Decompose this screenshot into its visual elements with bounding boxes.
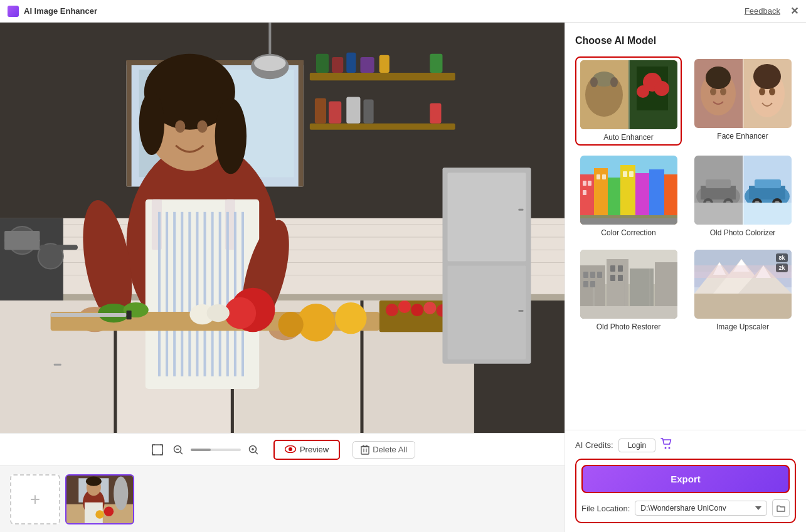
model-label-old-photo-restorer: Old Photo Restorer <box>597 322 661 331</box>
model-label-face-enhancer: Face Enhancer <box>717 132 768 141</box>
svg-point-11 <box>254 56 285 71</box>
svg-point-126 <box>637 85 649 98</box>
svg-rect-51 <box>226 212 229 376</box>
file-location-row: File Location: D:\Wondershare UniConvC:\… <box>581 499 790 517</box>
close-button[interactable]: ✕ <box>790 6 798 16</box>
svg-rect-17 <box>360 57 374 73</box>
svg-point-58 <box>175 120 185 133</box>
svg-rect-156 <box>580 218 677 225</box>
model-section-title: Choose AI Model <box>575 35 796 46</box>
folder-button[interactable] <box>772 499 790 517</box>
model-grid: Auto Enhancer <box>575 56 796 334</box>
svg-rect-186 <box>590 281 595 287</box>
zoom-out-button[interactable] <box>171 442 186 457</box>
model-card-auto-enhancer[interactable]: Auto Enhancer <box>575 56 682 146</box>
svg-rect-46 <box>188 212 191 376</box>
thumbnail-image <box>66 476 133 523</box>
svg-rect-182 <box>583 272 588 278</box>
svg-rect-86 <box>518 310 523 312</box>
svg-point-116 <box>95 510 103 518</box>
svg-rect-103 <box>361 447 369 454</box>
svg-rect-47 <box>196 212 198 376</box>
bottom-section: AI Credits: Login Export File Location: … <box>565 430 806 532</box>
credits-label: AI Credits: <box>575 440 613 450</box>
export-button[interactable]: Export <box>581 465 790 493</box>
zoom-in-button[interactable] <box>246 442 261 457</box>
svg-rect-45 <box>181 212 183 376</box>
main-content: Preview Delete All + <box>0 23 806 532</box>
app-icon <box>8 6 19 17</box>
svg-rect-15 <box>332 57 343 73</box>
svg-rect-93 <box>152 445 162 455</box>
svg-rect-14 <box>316 54 329 73</box>
svg-point-102 <box>289 447 292 451</box>
svg-rect-175 <box>743 156 744 225</box>
svg-rect-139 <box>743 59 744 128</box>
svg-rect-190 <box>618 275 623 281</box>
delete-all-label: Delete All <box>373 445 407 454</box>
login-button[interactable]: Login <box>618 439 655 452</box>
svg-point-207 <box>669 447 671 449</box>
main-image <box>0 23 565 433</box>
svg-rect-83 <box>448 173 526 261</box>
svg-rect-205 <box>694 294 792 319</box>
svg-rect-187 <box>610 265 615 272</box>
delete-all-button[interactable]: Delete All <box>353 441 415 459</box>
svg-rect-84 <box>448 265 526 359</box>
svg-rect-6 <box>127 60 132 187</box>
svg-rect-184 <box>597 272 602 278</box>
svg-point-115 <box>104 506 114 516</box>
svg-point-122 <box>610 77 618 87</box>
svg-rect-16 <box>346 53 356 73</box>
preview-button[interactable]: Preview <box>273 440 340 460</box>
titlebar-right: Feedback ✕ <box>745 6 798 16</box>
feedback-link[interactable]: Feedback <box>745 6 780 16</box>
svg-rect-24 <box>430 103 441 123</box>
svg-point-76 <box>398 301 411 313</box>
svg-rect-194 <box>580 306 677 319</box>
thumbnail-item[interactable] <box>65 474 134 524</box>
toolbar: Preview Delete All <box>0 433 565 466</box>
svg-rect-21 <box>329 101 341 123</box>
svg-line-96 <box>180 452 182 454</box>
svg-rect-188 <box>618 265 623 272</box>
svg-point-75 <box>386 304 398 316</box>
svg-rect-153 <box>623 171 627 177</box>
svg-rect-92 <box>40 245 77 250</box>
svg-rect-91 <box>4 231 40 250</box>
svg-rect-105 <box>363 445 367 447</box>
svg-rect-19 <box>430 54 442 73</box>
svg-point-121 <box>590 77 598 87</box>
file-location-label: File Location: <box>581 504 630 513</box>
svg-rect-160 <box>706 179 731 188</box>
titlebar: AI Image Enhancer Feedback ✕ <box>0 0 806 23</box>
svg-rect-42 <box>158 212 161 376</box>
model-thumb-old-photo-restorer <box>580 250 677 319</box>
model-thumb-face-enhancer <box>694 59 792 128</box>
svg-rect-174 <box>743 203 792 225</box>
svg-rect-154 <box>629 171 634 177</box>
zoom-controls <box>149 442 261 458</box>
fit-to-screen-button[interactable] <box>149 442 166 458</box>
model-card-old-photo-colorizer[interactable]: Old Photo Colorizer <box>689 153 796 240</box>
file-location-select[interactable]: D:\Wondershare UniConvC:\Users\DesktopD:… <box>635 501 767 516</box>
svg-point-138 <box>769 88 775 95</box>
right-panel: Choose AI Model <box>565 23 806 532</box>
model-card-color-correction[interactable]: Color Correction <box>575 153 682 240</box>
svg-rect-22 <box>346 97 360 123</box>
export-wrapper: Export File Location: D:\Wondershare Uni… <box>575 459 796 523</box>
model-card-old-photo-restorer[interactable]: Old Photo Restorer <box>575 247 682 334</box>
svg-rect-52 <box>234 212 236 376</box>
zoom-slider[interactable] <box>191 449 241 451</box>
app-title: AI Image Enhancer <box>24 6 97 16</box>
model-card-image-upscaler[interactable]: 8k 2k Image Upscaler <box>689 247 796 334</box>
cart-icon[interactable] <box>660 438 673 452</box>
add-image-button[interactable]: + <box>10 474 60 524</box>
svg-rect-151 <box>597 174 600 179</box>
svg-rect-20 <box>315 98 326 123</box>
svg-rect-35 <box>54 364 61 366</box>
svg-rect-13 <box>310 124 455 130</box>
svg-rect-43 <box>166 212 168 376</box>
model-card-face-enhancer[interactable]: Face Enhancer <box>689 56 796 146</box>
svg-point-114 <box>86 476 102 486</box>
